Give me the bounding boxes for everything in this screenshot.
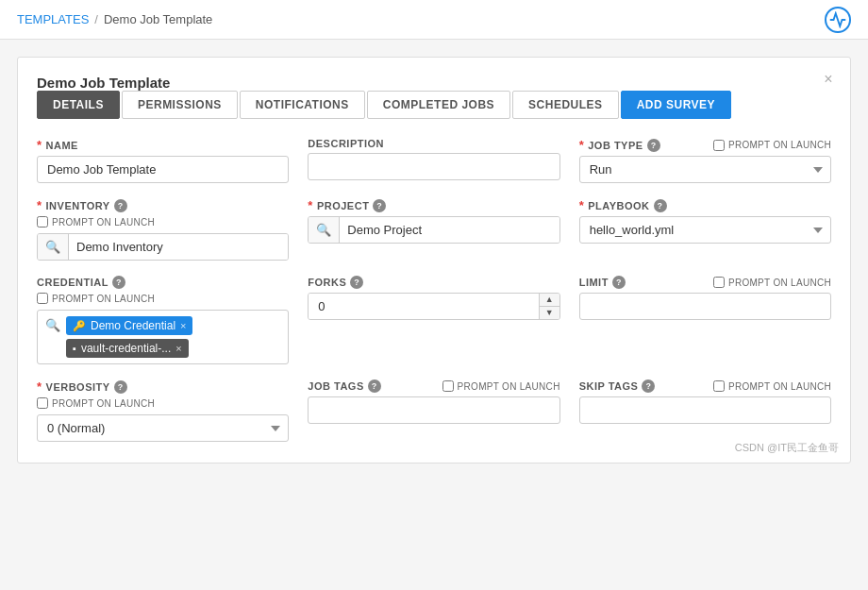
limit-prompt-checkbox[interactable] <box>713 277 725 288</box>
credential-tag-demo-icon: 🔑 <box>73 320 86 332</box>
credential-prompt-checkbox[interactable] <box>37 293 48 304</box>
credential-tag-demo[interactable]: 🔑 Demo Credential × <box>66 316 192 335</box>
job-tags-field-group: JOB TAGS ? PROMPT ON LAUNCH <box>308 379 559 442</box>
credential-tag-vault[interactable]: ▪ vault-credential-... × <box>66 339 189 358</box>
job-tags-prompt-checkbox[interactable] <box>442 380 454 392</box>
playbook-select[interactable]: hello_world.yml <box>579 216 831 244</box>
description-label: DESCRIPTION <box>308 138 559 149</box>
forks-help-icon[interactable]: ? <box>350 276 363 289</box>
job-tags-input[interactable] <box>308 396 559 424</box>
project-search-icon: 🔍 <box>309 217 340 243</box>
forks-spinner: ▲ ▼ <box>539 294 559 319</box>
job-tags-help-icon[interactable]: ? <box>368 379 381 393</box>
tab-add-survey[interactable]: ADD SURVEY <box>621 91 731 119</box>
skip-tags-prompt-checkbox[interactable] <box>713 380 725 392</box>
job-tags-label: JOB TAGS ? <box>308 379 380 393</box>
description-input[interactable] <box>308 153 559 180</box>
inventory-label-text: INVENTORY <box>46 200 110 211</box>
tab-bar: DETAILS PERMISSIONS NOTIFICATIONS COMPLE… <box>37 91 831 119</box>
forks-input[interactable] <box>309 294 538 319</box>
credential-help-icon[interactable]: ? <box>112 276 125 289</box>
skip-tags-input[interactable] <box>579 396 831 424</box>
verbosity-field-group: * VERBOSITY ? PROMPT ON LAUNCH 0 (Normal… <box>37 379 289 442</box>
breadcrumb-parent[interactable]: TEMPLATES <box>17 12 89 26</box>
limit-input[interactable] <box>579 293 831 320</box>
inventory-label: * INVENTORY ? <box>37 198 127 212</box>
credential-prompt-text: PROMPT ON LAUNCH <box>52 294 155 304</box>
credential-search-icon: 🔍 <box>45 316 60 332</box>
tab-permissions[interactable]: PERMISSIONS <box>122 91 238 119</box>
name-label-text: NAME <box>46 140 78 151</box>
limit-help-icon[interactable]: ? <box>612 276 626 289</box>
job-type-help-icon[interactable]: ? <box>647 139 660 152</box>
name-input[interactable] <box>37 156 289 183</box>
job-tags-label-row: JOB TAGS ? PROMPT ON LAUNCH <box>308 379 559 393</box>
forks-label-text: FORKS <box>308 277 346 288</box>
job-type-prompt-checkbox[interactable] <box>713 140 725 151</box>
inventory-prompt-text: PROMPT ON LAUNCH <box>52 217 155 228</box>
credential-tag-vault-icon: ▪ <box>73 343 76 354</box>
job-type-label-text: JOB TYPE <box>588 140 643 151</box>
form-grid: * NAME DESCRIPTION * JOB TYPE ? <box>37 138 831 442</box>
inventory-search-icon: 🔍 <box>38 234 69 260</box>
inventory-help-icon[interactable]: ? <box>114 199 127 212</box>
forks-down-button[interactable]: ▼ <box>540 307 559 319</box>
tab-notifications[interactable]: NOTIFICATIONS <box>240 91 365 119</box>
name-required-star: * <box>37 138 42 152</box>
project-required-star: * <box>308 198 313 212</box>
inventory-required-star: * <box>37 198 42 212</box>
verbosity-label: * VERBOSITY ? <box>37 379 289 394</box>
project-input[interactable] <box>340 217 559 243</box>
skip-tags-prompt-label: PROMPT ON LAUNCH <box>713 380 831 392</box>
tab-completed-jobs[interactable]: COMPLETED JOBS <box>367 91 510 119</box>
inventory-input[interactable] <box>69 234 288 260</box>
watermark: CSDN @IT民工金鱼哥 <box>735 441 839 455</box>
limit-label: LIMIT ? <box>579 276 626 289</box>
credential-prompt-label: PROMPT ON LAUNCH <box>37 293 289 304</box>
verbosity-help-icon[interactable]: ? <box>114 380 127 394</box>
tab-details[interactable]: DETAILS <box>37 91 120 119</box>
verbosity-prompt-checkbox[interactable] <box>37 397 48 409</box>
playbook-help-icon[interactable]: ? <box>654 199 667 212</box>
tab-schedules[interactable]: SCHEDULES <box>512 91 619 119</box>
skip-tags-prompt-text: PROMPT ON LAUNCH <box>728 381 831 392</box>
credential-label: CREDENTIAL ? <box>37 276 125 289</box>
skip-tags-help-icon[interactable]: ? <box>642 379 655 393</box>
job-tags-label-text: JOB TAGS <box>308 380 363 392</box>
card: Demo Job Template × DETAILS PERMISSIONS … <box>17 57 851 464</box>
project-label: * PROJECT ? <box>308 198 559 212</box>
project-field-group: * PROJECT ? 🔍 <box>308 198 559 261</box>
credential-tags: 🔑 Demo Credential × ▪ vault-credential-.… <box>66 316 280 358</box>
skip-tags-label: SKIP TAGS ? <box>579 379 656 393</box>
job-type-select[interactable]: Run Check <box>579 156 831 183</box>
close-button[interactable]: × <box>820 71 837 88</box>
inventory-prompt-label: PROMPT ON LAUNCH <box>37 216 289 228</box>
credential-label-row: CREDENTIAL ? <box>37 276 289 289</box>
credential-field[interactable]: 🔍 🔑 Demo Credential × ▪ vault-credential… <box>37 310 289 364</box>
playbook-required-star: * <box>579 198 585 212</box>
project-help-icon[interactable]: ? <box>373 199 386 212</box>
verbosity-required-star: * <box>37 379 42 394</box>
skip-tags-field-group: SKIP TAGS ? PROMPT ON LAUNCH <box>579 379 831 442</box>
limit-prompt-label: PROMPT ON LAUNCH <box>713 277 831 288</box>
breadcrumb-separator: / <box>94 12 98 26</box>
breadcrumb-current: Demo Job Template <box>104 12 212 26</box>
card-title: Demo Job Template <box>37 75 170 91</box>
playbook-field-group: * PLAYBOOK ? hello_world.yml <box>579 198 831 261</box>
credential-tag-vault-label: vault-credential-... <box>81 342 171 355</box>
forks-up-button[interactable]: ▲ <box>540 294 559 307</box>
project-label-text: PROJECT <box>317 200 369 211</box>
job-type-field-group: * JOB TYPE ? PROMPT ON LAUNCH Run Check <box>579 138 831 183</box>
name-label: * NAME <box>37 138 289 152</box>
forks-field-group: FORKS ? ▲ ▼ <box>308 276 559 364</box>
playbook-label: * PLAYBOOK ? <box>579 198 831 212</box>
credential-field-group: CREDENTIAL ? PROMPT ON LAUNCH 🔍 🔑 Demo C… <box>37 276 289 364</box>
top-icon[interactable] <box>825 7 851 33</box>
credential-label-text: CREDENTIAL <box>37 277 108 288</box>
credential-tag-vault-close[interactable]: × <box>175 343 181 354</box>
job-type-prompt-label: PROMPT ON LAUNCH <box>713 140 831 151</box>
credential-tag-demo-close[interactable]: × <box>180 320 186 331</box>
inventory-search-wrap: 🔍 <box>37 233 289 261</box>
inventory-prompt-checkbox[interactable] <box>37 216 48 228</box>
verbosity-select[interactable]: 0 (Normal) 1 (Verbose) 2 (More Verbose) … <box>37 414 289 442</box>
